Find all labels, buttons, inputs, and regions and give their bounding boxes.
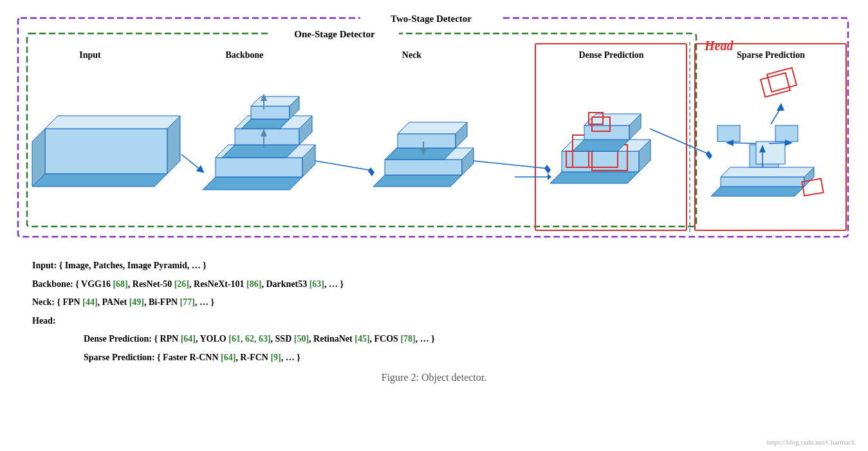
svg-line-18 <box>181 154 201 170</box>
neck-suffix: , … } <box>195 297 214 307</box>
neck-label: Neck <box>402 50 422 60</box>
dense-ref3: [50] <box>294 334 309 344</box>
one-stage-label: One-Stage Detector <box>294 29 375 39</box>
head-label-text: Head: <box>32 316 56 326</box>
svg-marker-69 <box>706 151 712 160</box>
sparse-prefix: Sparse Prediction: { Faster R-CNN <box>84 353 221 362</box>
main-container: Two-Stage Detector One-Stage Detector He… <box>0 0 868 451</box>
neck-ref2: [49] <box>129 297 144 307</box>
svg-marker-6 <box>222 145 299 158</box>
svg-rect-58 <box>767 68 797 91</box>
backbone-description: Backbone: { VGG16 [68], ResNet-50 [26], … <box>32 276 836 293</box>
dense-pred-description: Dense Prediction: { RPN [64], YOLO [61, … <box>32 331 836 348</box>
input-label: Input <box>79 50 101 60</box>
dense-ref2: [61, 62, 63] <box>228 334 270 344</box>
neck-ref3: [77] <box>180 297 195 307</box>
neck-prefix: Neck: { FPN <box>32 297 82 307</box>
figure-caption: Figure 2: Object detector. <box>13 372 855 383</box>
dense-suffix: , … } <box>416 334 435 344</box>
svg-marker-30 <box>368 167 374 176</box>
dense-mid2: , SSD <box>271 334 294 344</box>
two-stage-label: Two-Stage Detector <box>391 14 472 24</box>
svg-rect-53 <box>802 179 823 196</box>
svg-line-29 <box>315 161 372 170</box>
backbone-prefix: Backbone: { VGG16 <box>32 279 113 289</box>
dense-pred-label: Dense Prediction <box>578 50 643 60</box>
head-line: Head: <box>32 313 836 330</box>
backbone-label: Backbone <box>225 50 263 60</box>
backbone-ref1: [68] <box>113 279 127 289</box>
svg-marker-50 <box>721 177 804 187</box>
neck-description: Neck: { FPN [44], PANet [49], Bi-FPN [77… <box>32 294 836 311</box>
svg-line-44 <box>474 161 548 169</box>
watermark-text: https://blog.csdn.net/Charmack <box>767 438 855 446</box>
svg-marker-52 <box>721 167 814 177</box>
backbone-ref4: [63] <box>309 279 324 289</box>
svg-marker-11 <box>251 106 290 119</box>
input-top <box>45 129 167 174</box>
svg-marker-49 <box>711 187 804 196</box>
description-section: Input: { Image, Patches, Image Pyramid, … <box>13 257 855 367</box>
neck-ref1: [44] <box>82 297 97 307</box>
dense-ref1: [64] <box>181 334 196 344</box>
dense-ref5: [78] <box>400 334 415 344</box>
svg-marker-31 <box>550 172 639 183</box>
backbone-ref3: [86] <box>246 279 261 289</box>
svg-marker-3 <box>216 158 302 177</box>
input-slant-top <box>45 116 180 129</box>
svg-marker-39 <box>584 125 629 140</box>
svg-marker-23 <box>386 148 456 160</box>
svg-marker-24 <box>398 134 456 148</box>
svg-marker-2 <box>203 177 302 190</box>
svg-rect-56 <box>717 125 740 142</box>
backbone-ref2: [26] <box>174 279 189 289</box>
svg-line-64 <box>769 143 786 143</box>
svg-marker-7 <box>235 129 299 145</box>
dense-ref4: [45] <box>355 334 369 344</box>
backbone-suffix: , … } <box>324 279 344 289</box>
sparse-ref2: [9] <box>270 353 281 362</box>
svg-line-68 <box>650 129 710 154</box>
dense-mid4: , FCOS <box>370 334 401 344</box>
svg-marker-47 <box>548 174 551 180</box>
input-bottom <box>32 174 167 187</box>
svg-marker-26 <box>398 122 467 134</box>
backbone-mid2: , ResNeXt-101 <box>189 279 246 289</box>
neck-mid1: , PANet <box>98 297 129 307</box>
dense-mid1: , YOLO <box>196 334 228 344</box>
diagram-area: Two-Stage Detector One-Stage Detector He… <box>13 6 856 251</box>
diagram-svg: Two-Stage Detector One-Stage Detector He… <box>13 6 856 248</box>
svg-marker-45 <box>544 165 551 174</box>
svg-rect-57 <box>775 125 798 142</box>
head-label: Head <box>704 39 734 53</box>
sparse-mid1: , R-FCN <box>235 353 270 362</box>
dense-prefix: Dense Prediction: { RPN <box>84 334 181 344</box>
neck-mid2: , Bi-FPN <box>144 297 180 307</box>
svg-rect-59 <box>761 73 790 97</box>
svg-line-66 <box>771 109 780 124</box>
dense-mid3: , RetinaNet <box>309 334 355 344</box>
sparse-ref1: [64] <box>221 353 235 362</box>
svg-rect-55 <box>756 142 785 164</box>
svg-marker-67 <box>777 103 784 111</box>
svg-marker-19 <box>373 175 462 187</box>
input-label-text: Input: { Image, Patches, Image Pyramid, … <box>32 261 207 270</box>
svg-line-62 <box>732 143 756 143</box>
sparse-pred-label: Sparse Prediction <box>737 50 805 60</box>
backbone-mid3: , Darknet53 <box>261 279 309 289</box>
sparse-suffix: , … } <box>281 353 300 362</box>
backbone-mid1: , ResNet-50 <box>128 279 174 289</box>
input-description: Input: { Image, Patches, Image Pyramid, … <box>32 257 836 275</box>
svg-marker-20 <box>385 160 462 175</box>
sparse-pred-description: Sparse Prediction: { Faster R-CNN [64], … <box>32 349 836 367</box>
